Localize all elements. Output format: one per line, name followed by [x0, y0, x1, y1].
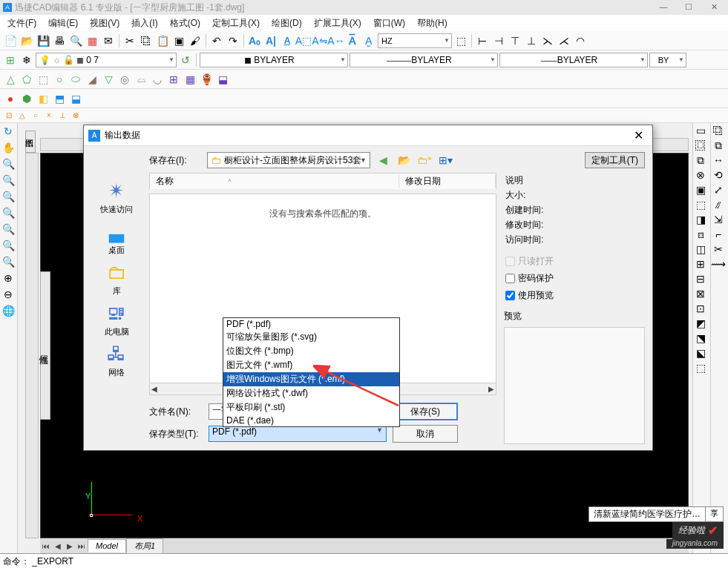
rt1-icon[interactable]: ▭	[693, 123, 708, 138]
rt7-icon[interactable]: ◨	[693, 212, 708, 227]
tab-model[interactable]: Model	[88, 539, 126, 552]
ro5-icon[interactable]: ⤢	[711, 182, 726, 197]
rt13-icon[interactable]: ⊡	[693, 301, 708, 316]
rt8-icon[interactable]: ⧈	[693, 227, 708, 242]
tab-prev-icon[interactable]: ◀	[52, 540, 64, 552]
s2-icon[interactable]: ⬢	[19, 91, 34, 106]
sphere-icon[interactable]: ○	[52, 72, 67, 87]
snap-node-icon[interactable]: ⊗	[70, 110, 82, 122]
menu-help[interactable]: 帮助(H)	[413, 16, 452, 31]
rt3-icon[interactable]: ⧉	[693, 153, 708, 168]
text-icon[interactable]: A₀	[247, 33, 262, 48]
folder-select[interactable]: 🗀 橱柜设计-立面图整体厨房设计53套	[207, 152, 370, 168]
ro10-icon[interactable]: ⟿	[711, 257, 726, 271]
lt-zoomwin-icon[interactable]: 🔍	[0, 205, 16, 221]
menu-view[interactable]: 视图(V)	[85, 16, 124, 31]
rt15-icon[interactable]: ⬔	[693, 331, 708, 346]
dim7-icon[interactable]: ◠	[573, 33, 588, 48]
save-icon[interactable]: 💾	[36, 33, 50, 48]
dome-icon[interactable]: ◡	[150, 72, 165, 87]
text7-icon[interactable]: A̅	[345, 33, 360, 48]
surf-icon[interactable]: ▦	[183, 72, 197, 87]
copy-icon[interactable]: ⿻	[139, 33, 154, 48]
dim3-icon[interactable]: ⊤	[508, 33, 522, 48]
lt-zoomplus-icon[interactable]: ⊕	[0, 270, 16, 286]
s4-icon[interactable]: ⬒	[52, 91, 67, 106]
nav-new-folder-icon[interactable]: 🗀*	[416, 152, 433, 168]
menu-format[interactable]: 格式(O)	[165, 16, 205, 31]
rt5-icon[interactable]: ▣	[693, 182, 708, 197]
paste-icon[interactable]: 📋	[155, 33, 170, 48]
preview-checkbox-row[interactable]: 使用预览	[504, 288, 645, 303]
filetype-option[interactable]: PDF (*.pdf)	[223, 318, 399, 330]
minimize-button[interactable]: —	[651, 0, 676, 13]
menu-file[interactable]: 文件(F)	[3, 16, 41, 31]
text8-icon[interactable]: A̰	[361, 33, 376, 48]
cone-icon[interactable]: ▽	[101, 72, 116, 87]
text2-icon[interactable]: A|	[263, 33, 278, 48]
mail-icon[interactable]: ✉	[101, 33, 116, 48]
rt10-icon[interactable]: ⊞	[693, 257, 708, 271]
text3-icon[interactable]: A	[280, 33, 295, 48]
menu-insert[interactable]: 插入(I)	[127, 16, 162, 31]
shortcut-pc[interactable]: 🖳此电脑	[102, 301, 131, 337]
password-checkbox[interactable]	[505, 274, 515, 283]
ro8-icon[interactable]: ⌐	[711, 227, 726, 242]
ro7-icon[interactable]: ⇲	[711, 212, 726, 227]
layer-prev-icon[interactable]: ↺	[178, 53, 193, 67]
snap-end-icon[interactable]: ⊡	[3, 110, 15, 122]
snap-perp-icon[interactable]: ⊥	[56, 110, 68, 122]
new-icon[interactable]: 📄	[3, 33, 18, 48]
filetype-option[interactable]: 可缩放矢量图形 (*.svg)	[223, 330, 399, 344]
layer-mgr-icon[interactable]: ⊞	[3, 53, 18, 67]
lt-regen-icon[interactable]: ↻	[0, 123, 16, 139]
layer-combo[interactable]: 💡 ☼ 🔓 ◼ 0 7	[36, 53, 177, 67]
ro6-icon[interactable]: ⫽	[711, 197, 726, 212]
filetype-option[interactable]: 图元文件 (*.wmf)	[223, 358, 399, 372]
cyl-icon[interactable]: ⬭	[68, 72, 83, 87]
ext-icon[interactable]: ⬓	[215, 72, 230, 87]
torus-icon[interactable]: ◎	[117, 72, 132, 87]
cut-icon[interactable]: ✂	[122, 33, 137, 48]
rt9-icon[interactable]: ◫	[693, 242, 708, 257]
dim6-icon[interactable]: ⋌	[557, 33, 571, 48]
snap-mid-icon[interactable]: △	[16, 110, 28, 122]
nav-back-icon[interactable]: ◀	[375, 152, 391, 168]
dish-icon[interactable]: ⌓	[134, 72, 148, 87]
preview-checkbox[interactable]	[505, 291, 515, 300]
maximize-button[interactable]: ☐	[676, 0, 701, 13]
box-icon[interactable]: ⬚	[36, 72, 50, 87]
dialog-close-button[interactable]: ✕	[629, 128, 648, 142]
rt2-icon[interactable]: ⿴	[693, 138, 708, 153]
tab-layout1[interactable]: 布局1	[126, 538, 163, 554]
dim5-icon[interactable]: ⋋	[540, 33, 555, 48]
shortcut-network[interactable]: 🖧网络	[102, 342, 131, 378]
custom-tools-button[interactable]: 定制工具(T)	[585, 152, 645, 168]
textsel-icon[interactable]: ⬚	[453, 33, 468, 48]
dim1-icon[interactable]: ⊢	[475, 33, 490, 48]
dialog-title-bar[interactable]: A 输出数据 ✕	[84, 125, 652, 146]
save-button[interactable]: 保存(S)	[393, 403, 458, 420]
ro9-icon[interactable]: ✂	[711, 242, 726, 257]
snap-int-icon[interactable]: ×	[43, 110, 55, 122]
lt-zoomminus-icon[interactable]: ⊖	[0, 286, 16, 303]
filetype-option-selected[interactable]: 增强Windows图元文件 (*.emf)	[223, 372, 399, 386]
pdf-icon[interactable]: ▦	[85, 33, 99, 48]
password-checkbox-row[interactable]: 密码保护	[504, 271, 645, 285]
preview-icon[interactable]: 🔍	[68, 33, 83, 48]
rt14-icon[interactable]: ◩	[693, 316, 708, 331]
textstyle-combo[interactable]: HZ	[378, 33, 452, 48]
text4-icon[interactable]: A⬚	[296, 33, 311, 48]
snap-cen-icon[interactable]: ○	[30, 110, 42, 122]
redo-icon[interactable]: ↷	[226, 33, 240, 48]
lt-zoomout-icon[interactable]: 🔍	[0, 188, 16, 205]
tab-last-icon[interactable]: ⏭	[76, 540, 88, 552]
dim4-icon[interactable]: ⊥	[524, 33, 539, 48]
menu-tools[interactable]: 定制工具(X)	[208, 16, 264, 31]
s1-icon[interactable]: ●	[3, 91, 18, 106]
lt-zoomrt-icon[interactable]: 🔍	[0, 172, 16, 188]
nav-view-icon[interactable]: ⊞▾	[437, 152, 453, 168]
extra-combo[interactable]: BY	[649, 53, 686, 67]
rt11-icon[interactable]: ⊟	[693, 271, 708, 286]
lt-zoomall-icon[interactable]: 🔍	[0, 221, 16, 237]
